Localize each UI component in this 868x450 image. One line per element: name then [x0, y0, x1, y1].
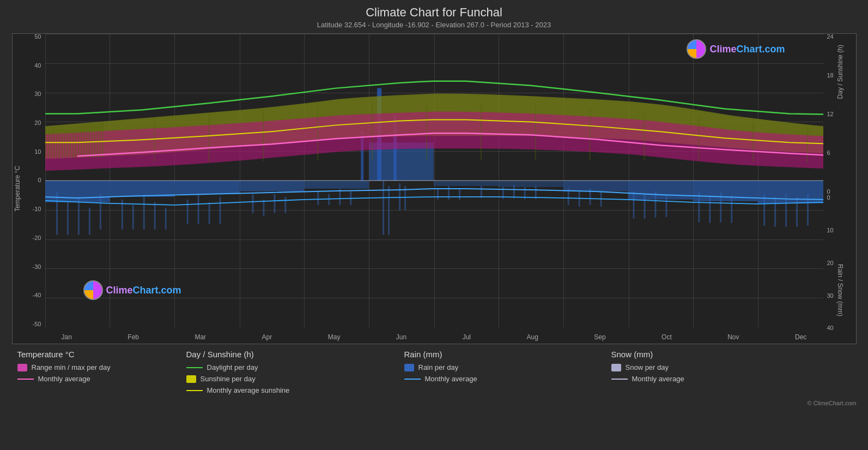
legend-sunshine-avg: Monthly average sunshine	[186, 386, 404, 394]
month-aug: Aug	[526, 333, 538, 341]
svg-rect-14	[219, 197, 221, 224]
svg-rect-72	[99, 122, 100, 158]
legend-rain-title: Rain (mm)	[404, 350, 611, 359]
legend-swatch-snow	[611, 364, 621, 371]
chart-subtitle: Latitude 32.654 - Longitude -16.902 - El…	[317, 21, 551, 29]
svg-rect-69	[91, 122, 92, 158]
svg-rect-40	[644, 194, 645, 219]
legend-rain-per-day-label: Rain per day	[418, 363, 459, 371]
chart-container: 50 40 30 20 10 0 -10 -20 -30 -40 -50 Tem…	[12, 33, 857, 344]
svg-rect-68	[88, 123, 89, 158]
svg-rect-47	[763, 194, 765, 226]
rain-bar-feb	[110, 181, 174, 197]
svg-rect-18	[284, 197, 286, 213]
legend-line-rain-avg	[404, 379, 421, 380]
legend-snow-avg-label: Monthly average	[632, 375, 684, 383]
legend-snow: Snow (mm) Snow per day Monthly average	[611, 350, 802, 398]
legend-snow-per-day-label: Snow per day	[626, 363, 669, 371]
rain-bar-may	[304, 181, 369, 189]
svg-rect-82	[589, 107, 590, 161]
legend-sunshine-per-day: Sunshine per day	[186, 375, 404, 383]
month-dec: Dec	[795, 333, 806, 341]
svg-rect-11	[186, 200, 188, 224]
legend-daylight-label: Daylight per day	[207, 363, 258, 371]
month-jan: Jan	[62, 333, 72, 341]
svg-rect-43	[698, 193, 700, 223]
legend-daylight: Daylight per day	[186, 363, 404, 371]
logo-bottom-left: ClimeChart.com	[83, 280, 181, 300]
svg-rect-19	[317, 191, 319, 205]
svg-rect-73	[102, 122, 103, 158]
legend-snow-title: Snow (mm)	[611, 350, 802, 359]
legend-rain-per-day: Rain per day	[404, 363, 611, 371]
legend-rain: Rain (mm) Rain per day Monthly average	[404, 350, 611, 398]
legend-snow-avg: Monthly average	[611, 375, 802, 383]
svg-rect-41	[654, 191, 656, 218]
legend-line-temp-avg	[17, 379, 34, 380]
svg-rect-10	[165, 208, 166, 230]
legend-temp-title: Temperature °C	[17, 350, 186, 359]
month-mar: Mar	[195, 333, 206, 341]
legend-rain-avg-label: Monthly average	[425, 375, 477, 383]
svg-rect-24	[388, 186, 390, 235]
chart-inner: ClimeChart.com ClimeChart.com	[45, 34, 823, 327]
legend-rain-avg: Monthly average	[404, 375, 611, 383]
month-sep: Sep	[594, 333, 605, 341]
svg-rect-44	[709, 196, 711, 223]
svg-rect-65	[80, 125, 81, 158]
svg-rect-13	[208, 202, 210, 224]
legend-line-sunshine-avg	[186, 390, 203, 391]
svg-rect-48	[774, 197, 776, 227]
svg-rect-36	[578, 191, 580, 207]
legend-snow-per-day: Snow per day	[611, 363, 802, 371]
svg-rect-30	[480, 186, 482, 198]
logo-top-right: ClimeChart.com	[687, 39, 785, 59]
legend-temperature: Temperature °C Range min / max per day M…	[17, 350, 186, 398]
legend-temp-range-label: Range min / max per day	[32, 363, 111, 371]
legend-swatch-rain	[404, 364, 414, 371]
legend-temp-avg-label: Monthly average	[38, 375, 90, 383]
svg-rect-78	[372, 104, 373, 161]
svg-rect-83	[644, 111, 645, 160]
svg-rect-81	[535, 105, 536, 161]
month-jul: Jul	[463, 333, 471, 341]
svg-rect-9	[154, 202, 155, 230]
svg-rect-74	[154, 118, 155, 161]
legend-swatch-temp-range	[17, 364, 27, 371]
svg-rect-75	[208, 114, 209, 162]
legend-line-snow-avg	[611, 379, 628, 380]
svg-rect-25	[399, 183, 400, 211]
rain-bar-jul	[434, 181, 499, 186]
svg-rect-39	[633, 191, 634, 219]
month-apr: Apr	[262, 333, 272, 341]
svg-rect-84	[698, 116, 699, 161]
rain-bar-apr	[239, 181, 304, 191]
svg-rect-46	[731, 196, 732, 223]
logo-text-top: ClimeChart.com	[709, 44, 785, 55]
svg-rect-17	[274, 194, 275, 213]
svg-rect-71	[96, 123, 98, 158]
legend-temp-range: Range min / max per day	[17, 363, 186, 371]
legend-sunshine-title: Day / Sunshine (h)	[186, 350, 404, 359]
svg-rect-16	[263, 200, 264, 216]
svg-rect-50	[796, 197, 798, 227]
svg-rect-7	[132, 205, 133, 230]
axis-label-right-top: Day / Sunshine (h)	[836, 45, 844, 99]
svg-rect-27	[436, 189, 438, 200]
legend-line-daylight	[186, 367, 203, 368]
svg-rect-29	[458, 189, 460, 200]
legend-temp-avg: Monthly average	[17, 375, 186, 383]
rain-bar-aug	[498, 181, 563, 187]
page-wrapper: Climate Chart for Funchal Latitude 32.65…	[0, 0, 868, 450]
svg-rect-86	[807, 126, 808, 163]
month-feb: Feb	[128, 333, 139, 341]
legend-sunshine-per-day-label: Sunshine per day	[201, 375, 256, 383]
legend-sunshine: Day / Sunshine (h) Daylight per day Suns…	[186, 350, 404, 398]
chart-title: Climate Chart for Funchal	[366, 5, 502, 20]
svg-rect-67	[86, 125, 87, 158]
svg-rect-15	[252, 194, 253, 213]
svg-rect-8	[143, 197, 144, 230]
month-jun: Jun	[396, 333, 406, 341]
svg-rect-20	[328, 194, 330, 205]
rain-bar-oct	[628, 181, 693, 200]
